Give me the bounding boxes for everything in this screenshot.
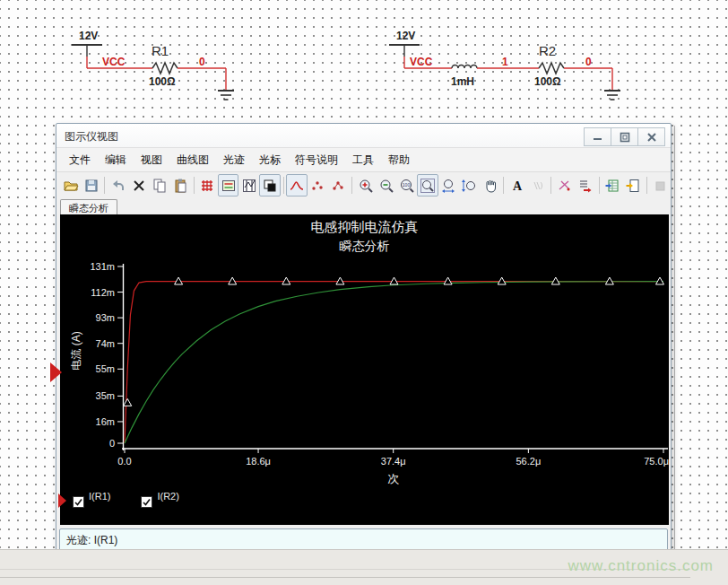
toolbar-separator	[550, 177, 551, 194]
minimize-icon	[593, 132, 602, 142]
legend-toggle-button[interactable]	[218, 174, 238, 196]
restore-icon	[620, 132, 630, 143]
export-excel-icon	[604, 178, 620, 194]
resistor-value-r1: 100Ω	[149, 75, 176, 88]
net-label-0-right: 0	[585, 56, 592, 68]
svg-text:131m: 131m	[90, 261, 115, 272]
legend-label-ir2[interactable]: I(R2)	[157, 491, 178, 502]
minimize-button[interactable]	[584, 127, 611, 146]
trace-marker-icon	[124, 398, 132, 406]
delete-button[interactable]	[128, 174, 149, 196]
zoom-area-button[interactable]	[417, 174, 438, 196]
black-white-icon	[262, 178, 278, 194]
svg-text:74m: 74m	[96, 338, 115, 349]
svg-text:0: 0	[109, 438, 115, 449]
svg-text:18.6μ: 18.6μ	[246, 456, 271, 467]
trace-I(R1)[interactable]	[125, 282, 663, 443]
add-text-button[interactable]: A	[507, 174, 527, 196]
pan-button[interactable]	[480, 174, 500, 196]
undo-button[interactable]	[108, 174, 128, 196]
properties-icon	[530, 178, 546, 194]
undo-icon	[110, 178, 126, 194]
svg-text:16m: 16m	[96, 416, 115, 427]
paste-button[interactable]	[170, 174, 191, 196]
export-icon	[577, 178, 594, 194]
source-voltage-label-left: 12V	[79, 30, 98, 42]
schematic-drawing: 12V VCC R1 100Ω 0 12V VCC 1mH	[0, 0, 728, 117]
bottom-strip: www.cntronics.com	[0, 549, 728, 585]
dots-style-button[interactable]	[308, 174, 328, 196]
copy-button[interactable]	[150, 174, 170, 196]
window-titlebar[interactable]: 图示仪视图	[56, 124, 671, 148]
axis-select-arrow-icon[interactable]	[50, 362, 62, 382]
open-button[interactable]	[60, 174, 81, 196]
grid-toggle-button[interactable]	[197, 174, 218, 196]
menu-tools[interactable]: 工具	[345, 149, 381, 171]
checkmark-icon	[74, 498, 82, 506]
svg-text:112m: 112m	[91, 287, 115, 298]
ground-symbol-right[interactable]	[604, 91, 620, 100]
menu-graph[interactable]: 曲线图	[169, 149, 216, 171]
stop-button[interactable]	[650, 174, 671, 196]
zoom-y-icon	[461, 178, 477, 194]
cursor-measure-button[interactable]	[554, 174, 575, 196]
ground-symbol-left[interactable]	[218, 91, 234, 100]
zoom-in-icon	[358, 178, 374, 194]
net-label-vcc-left: VCC	[102, 56, 126, 68]
resistor-value-r2: 100Ω	[534, 75, 561, 88]
zoom-x-button[interactable]	[438, 174, 459, 196]
cursors-icon	[241, 178, 257, 194]
chart-legend: I(R1) I(R2)	[73, 491, 179, 508]
line-style-button[interactable]	[286, 174, 307, 196]
delete-x-icon	[131, 178, 147, 194]
zoom-in-button[interactable]	[355, 174, 376, 196]
svg-text:0.0: 0.0	[117, 456, 131, 467]
svg-text:37.4μ: 37.4μ	[381, 456, 406, 467]
close-button[interactable]	[637, 127, 665, 146]
cursor-measure-icon	[557, 178, 573, 194]
divider-line	[0, 577, 690, 578]
restore-button[interactable]	[611, 127, 638, 146]
cursors-toggle-button[interactable]	[238, 174, 259, 196]
menu-trace[interactable]: 光迹	[216, 149, 252, 171]
menu-help[interactable]: 帮助	[381, 149, 417, 171]
menu-bar: 文件 编辑 视图 曲线图 光迹 光标 符号说明 工具 帮助	[56, 148, 671, 172]
menu-edit[interactable]: 编辑	[98, 149, 134, 171]
resistor-ref-r1: R1	[152, 43, 169, 58]
trace-I(R2)[interactable]	[125, 282, 663, 443]
properties-button[interactable]	[527, 174, 548, 196]
selected-trace-arrow-icon	[58, 493, 66, 508]
trace-checkbox-ir1[interactable]	[73, 496, 84, 508]
toolbar-separator	[104, 177, 105, 194]
legend-item-ir1: I(R1)	[73, 491, 110, 508]
inductor-l1[interactable]: 1mH	[451, 65, 477, 89]
checkmark-icon	[143, 498, 151, 506]
zoom-100-button[interactable]: 100	[396, 174, 417, 196]
menu-cursor[interactable]: 光标	[252, 149, 288, 171]
resistor-r2[interactable]: R2 100Ω	[534, 43, 564, 88]
svg-text:55m: 55m	[96, 363, 115, 374]
dots-line-style-button[interactable]	[328, 174, 349, 196]
line-curve-icon	[289, 178, 305, 194]
menu-legend[interactable]: 符号说明	[288, 149, 345, 171]
zoom-y-button[interactable]	[459, 174, 480, 196]
resistor-r1[interactable]: R1 100Ω	[149, 43, 178, 88]
menu-view[interactable]: 视图	[134, 149, 169, 171]
export-button[interactable]	[575, 174, 595, 196]
zoom-out-button[interactable]	[376, 174, 396, 196]
vcc-source-right[interactable]: 12V	[389, 30, 420, 57]
grapher-window: 图示仪视图 文件 编辑 视图 曲线图 光迹 光标 符号说明 工具 帮助	[56, 123, 672, 556]
plot-svg[interactable]: 016m35m55m74m93m112m131m0.018.6μ37.4μ56.…	[60, 214, 669, 525]
export-labview-button[interactable]	[623, 174, 644, 196]
text-a-icon: A	[509, 178, 525, 194]
pan-hand-icon	[482, 178, 498, 194]
vcc-source-left[interactable]: 12V	[72, 30, 102, 57]
dots-icon	[309, 178, 325, 194]
trace-checkbox-ir2[interactable]	[141, 496, 152, 508]
menu-file[interactable]: 文件	[62, 149, 98, 171]
legend-label-ir1[interactable]: I(R1)	[89, 491, 110, 502]
export-excel-button[interactable]	[602, 174, 623, 196]
save-button[interactable]	[81, 174, 101, 196]
black-white-toggle-button[interactable]	[259, 174, 280, 196]
sheet-border	[674, 126, 675, 553]
